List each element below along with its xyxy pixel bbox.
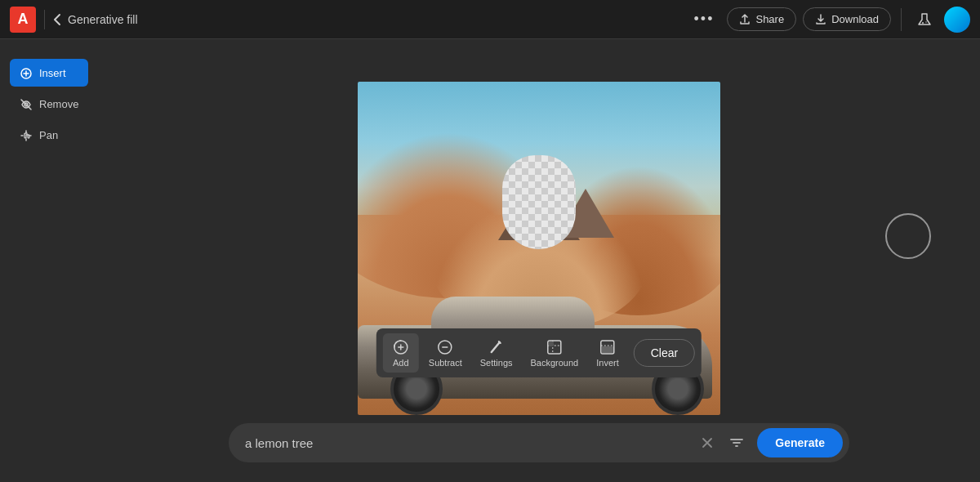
avatar[interactable]: [944, 7, 970, 33]
prompt-input[interactable]: [245, 436, 692, 450]
add-icon: [393, 338, 409, 355]
sidebar-item-remove[interactable]: Remove: [10, 90, 88, 118]
sidebar: Insert Remove Pan: [0, 39, 98, 482]
prompt-bar: Generate: [229, 423, 849, 462]
background-icon: [546, 338, 563, 355]
share-button[interactable]: Share: [727, 7, 796, 31]
canvas-area: Add Subtract: [98, 39, 980, 482]
svg-point-1: [925, 21, 926, 22]
settings-label: Settings: [480, 358, 513, 368]
svg-rect-7: [549, 341, 554, 346]
header-divider: [44, 10, 45, 29]
invert-label: Invert: [596, 358, 619, 368]
sidebar-item-pan[interactable]: Pan: [10, 121, 88, 149]
toolbar-settings-button[interactable]: Settings: [472, 333, 521, 373]
header: A Generative fill ••• Share Download: [0, 0, 980, 39]
sidebar-item-insert[interactable]: Insert: [10, 59, 88, 87]
sidebar-item-label: Insert: [39, 67, 66, 79]
toolbar-background-button[interactable]: Background: [523, 333, 587, 373]
toolbar-subtract-button[interactable]: Subtract: [421, 333, 470, 373]
transparent-cutout: [502, 155, 576, 249]
subtract-label: Subtract: [429, 358, 462, 368]
toolbar-add-button[interactable]: Add: [383, 333, 419, 373]
background-label: Background: [531, 358, 579, 368]
settings-icon: [488, 338, 505, 355]
remove-icon: [20, 96, 33, 111]
download-button[interactable]: Download: [803, 7, 891, 31]
prompt-settings-button[interactable]: [723, 432, 751, 453]
canvas-handle[interactable]: [885, 213, 931, 259]
header-separator: [901, 8, 902, 31]
main-area: Insert Remove Pan: [0, 39, 980, 482]
invert-icon: [599, 338, 616, 355]
labs-button[interactable]: [911, 7, 938, 33]
insert-icon: [20, 65, 33, 80]
sidebar-item-label: Pan: [39, 129, 58, 141]
sidebar-item-label: Remove: [39, 98, 78, 110]
generate-button[interactable]: Generate: [757, 428, 843, 457]
subtract-icon: [437, 338, 453, 355]
more-options-button[interactable]: •••: [688, 7, 721, 31]
toolbar-invert-button[interactable]: Invert: [588, 333, 627, 373]
back-button[interactable]: [53, 11, 61, 28]
add-label: Add: [393, 358, 409, 368]
page-title: Generative fill: [68, 13, 688, 26]
clear-button[interactable]: Clear: [634, 339, 695, 367]
pan-icon: [20, 127, 33, 142]
header-actions: ••• Share Download: [688, 7, 970, 33]
prompt-clear-button[interactable]: [698, 434, 716, 452]
adobe-logo[interactable]: A: [10, 7, 36, 33]
svg-rect-9: [602, 346, 613, 353]
canvas-toolbar: Add Subtract: [376, 328, 702, 377]
svg-point-0: [922, 22, 924, 24]
